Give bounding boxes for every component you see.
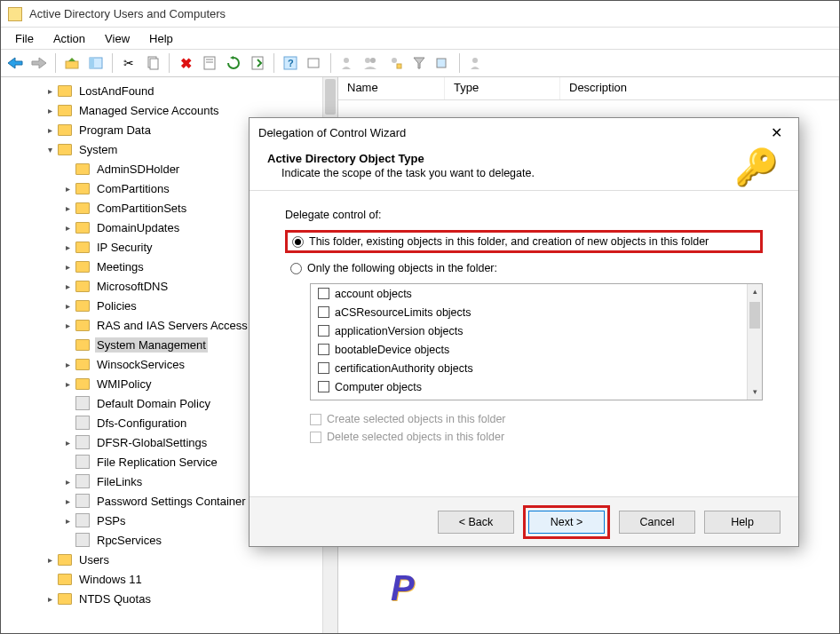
tree-item[interactable]: ▸LostAndFound xyxy=(1,81,337,100)
back-button[interactable]: < Back xyxy=(438,511,514,534)
object-type-row[interactable]: Computer objects xyxy=(311,377,747,396)
tree-expander-icon[interactable]: ▸ xyxy=(61,321,74,330)
keys-icon: 🔑 xyxy=(734,147,779,188)
wizard-close-button[interactable]: ✕ xyxy=(763,124,789,141)
tree-expander-icon[interactable]: ▸ xyxy=(61,203,74,213)
tree-expander-icon[interactable]: ▸ xyxy=(44,106,56,115)
folder-icon xyxy=(58,554,72,566)
col-name[interactable]: Name xyxy=(338,77,445,99)
search-button[interactable] xyxy=(432,52,454,74)
svg-rect-5 xyxy=(204,57,215,69)
menu-action[interactable]: Action xyxy=(44,29,94,48)
tree-item[interactable]: ▸NTDS Quotas xyxy=(1,589,337,608)
wizard-title-bar[interactable]: Delegation of Control Wizard ✕ xyxy=(250,118,798,147)
object-type-label: bootableDevice objects xyxy=(335,344,449,356)
tree-expander-icon[interactable]: ▸ xyxy=(61,477,74,487)
delegate-group-label: Delegate control of: xyxy=(285,209,763,221)
col-description[interactable]: Description xyxy=(560,77,839,99)
object-types-list[interactable]: account objectsaCSResourceLimits objects… xyxy=(310,283,763,400)
radio-this-folder-label: This folder, existing objects in this fo… xyxy=(309,235,709,248)
object-list-scrollbar[interactable]: ▴ ▾ xyxy=(747,284,762,400)
cut-button[interactable]: ✂ xyxy=(118,52,139,74)
menu-view[interactable]: View xyxy=(96,29,139,48)
radio-icon xyxy=(290,263,302,274)
tree-expander-icon[interactable]: ▸ xyxy=(61,242,74,252)
add-to-group-button[interactable] xyxy=(465,52,487,74)
menu-help[interactable]: Help xyxy=(140,29,182,48)
export-button[interactable] xyxy=(247,52,268,74)
tree-expander-icon[interactable]: ▸ xyxy=(44,555,56,565)
tree-expander-icon[interactable]: ▸ xyxy=(61,360,74,369)
tree-expander-icon[interactable]: ▸ xyxy=(61,223,74,233)
checkbox-icon xyxy=(318,362,329,374)
help-button[interactable]: Help xyxy=(704,511,781,534)
radio-only-objects[interactable]: Only the following objects in the folder… xyxy=(285,258,763,278)
nav-forward-button[interactable] xyxy=(28,52,50,74)
menu-bar: File Action View Help xyxy=(1,28,839,49)
wizard-body: Delegate control of: This folder, existi… xyxy=(250,191,798,496)
tree-expander-icon[interactable]: ▸ xyxy=(61,184,74,194)
tree-item-label: Password Settings Container xyxy=(95,494,248,509)
object-icon xyxy=(75,396,90,410)
new-ou-button[interactable] xyxy=(384,52,406,74)
menu-file[interactable]: File xyxy=(6,29,43,48)
object-type-row[interactable]: bootableDevice objects xyxy=(311,340,747,359)
svg-rect-0 xyxy=(66,61,78,68)
object-icon xyxy=(75,455,90,469)
tree-item-label: File Replication Service xyxy=(95,455,219,470)
object-type-row[interactable]: aCSResourceLimits objects xyxy=(311,303,747,321)
object-type-row[interactable]: account objects xyxy=(311,284,747,303)
find-button[interactable] xyxy=(304,52,325,74)
tree-expander-icon[interactable]: ▸ xyxy=(61,438,74,448)
scroll-down-icon[interactable]: ▾ xyxy=(748,384,762,400)
copy-button[interactable] xyxy=(142,52,163,74)
show-hide-tree-button[interactable] xyxy=(85,52,107,74)
wizard-subheading: Indicate the scope of the task you want … xyxy=(281,167,781,179)
tree-item[interactable]: ▸Users xyxy=(1,550,337,569)
tree-expander-icon[interactable]: ▾ xyxy=(44,145,56,155)
filter-button[interactable] xyxy=(408,52,430,74)
tree-expander-icon[interactable]: ▸ xyxy=(44,86,56,96)
tree-expander-icon[interactable]: ▸ xyxy=(61,496,74,506)
app-title: Active Directory Users and Computers xyxy=(29,7,226,20)
radio-icon xyxy=(292,236,304,248)
new-group-button[interactable] xyxy=(361,52,382,74)
folder-icon xyxy=(75,261,90,273)
col-type[interactable]: Type xyxy=(445,77,560,99)
scrollbar-thumb[interactable] xyxy=(325,79,336,115)
object-type-row[interactable]: certificationAuthority objects xyxy=(311,359,747,377)
next-button[interactable]: Next > xyxy=(528,511,605,534)
toolbar: ✂ ✖ ? xyxy=(1,49,839,77)
tree-expander-icon[interactable]: ▸ xyxy=(61,262,74,272)
object-type-row[interactable]: applicationVersion objects xyxy=(311,321,747,340)
tree-item[interactable]: Windows 11 xyxy=(1,569,337,589)
help-button[interactable]: ? xyxy=(280,52,301,74)
nav-back-button[interactable] xyxy=(4,52,26,74)
object-icon xyxy=(75,513,90,527)
scroll-up-icon[interactable]: ▴ xyxy=(748,284,762,299)
object-type-label: Computer objects xyxy=(335,381,422,393)
tree-expander-icon[interactable]: ▸ xyxy=(61,281,74,291)
object-icon xyxy=(75,533,90,547)
new-user-button[interactable] xyxy=(337,52,358,74)
tree-expander-icon[interactable]: ▸ xyxy=(44,125,56,135)
radio-this-folder[interactable]: This folder, existing objects in this fo… xyxy=(285,230,763,253)
wizard-title: Delegation of Control Wizard xyxy=(258,126,406,139)
tree-expander-icon[interactable]: ▸ xyxy=(61,301,74,311)
folder-icon xyxy=(75,300,90,312)
delete-button[interactable]: ✖ xyxy=(175,52,196,74)
up-level-button[interactable] xyxy=(61,52,83,74)
tree-item-label: ComPartitionSets xyxy=(95,201,188,216)
folder-icon xyxy=(75,378,90,390)
tree-expander-icon[interactable]: ▸ xyxy=(44,594,56,604)
folder-icon xyxy=(58,574,72,585)
tree-item-label: WMIPolicy xyxy=(95,376,153,392)
svg-rect-4 xyxy=(150,59,158,69)
properties-button[interactable] xyxy=(199,52,220,74)
tree-expander-icon[interactable]: ▸ xyxy=(61,516,74,526)
object-icon xyxy=(75,416,90,430)
refresh-button[interactable] xyxy=(223,52,244,74)
scrollbar-thumb[interactable] xyxy=(749,302,760,329)
tree-expander-icon[interactable]: ▸ xyxy=(61,379,74,389)
cancel-button[interactable]: Cancel xyxy=(619,511,695,534)
